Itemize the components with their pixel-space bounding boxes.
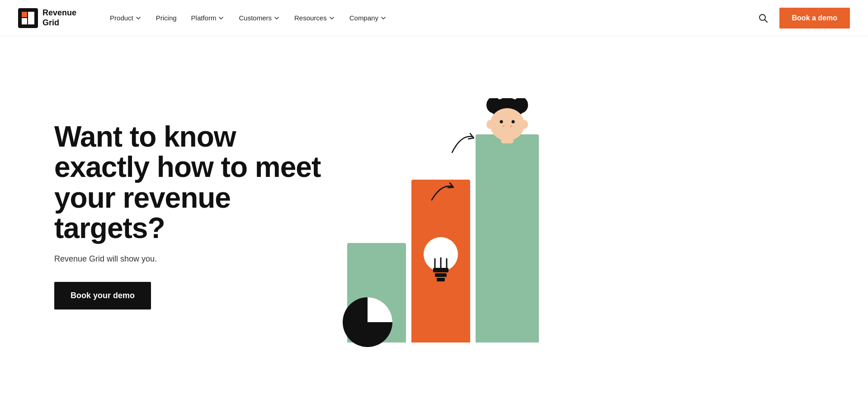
svg-rect-11: [435, 273, 447, 277]
hero-illustration: [326, 89, 561, 343]
pie-chart-icon: [338, 293, 397, 352]
svg-point-22: [486, 120, 494, 129]
nav-pricing[interactable]: Pricing: [150, 10, 183, 25]
svg-point-19: [512, 120, 515, 123]
navigation: RevenueGrid Product Pricing Platform Cus…: [0, 0, 868, 36]
chevron-down-icon: [274, 15, 280, 21]
svg-point-17: [490, 108, 524, 141]
svg-point-20: [503, 125, 505, 127]
svg-rect-10: [433, 268, 448, 272]
search-icon: [758, 13, 769, 24]
nav-customers[interactable]: Customers: [232, 10, 286, 25]
chevron-down-icon: [135, 15, 142, 21]
hero-subheading: Revenue Grid will show you.: [54, 254, 326, 264]
svg-point-21: [510, 125, 512, 127]
bar-3: [476, 134, 539, 343]
svg-point-23: [521, 120, 528, 129]
logo-icon: [18, 8, 38, 28]
brand-name: RevenueGrid: [42, 8, 76, 28]
chevron-down-icon: [380, 15, 387, 21]
bar-1: [347, 243, 406, 343]
hero-section: Want to know exactly how to meet your re…: [0, 36, 868, 395]
character-icon: [476, 98, 539, 143]
lightbulb-icon: [416, 232, 466, 290]
nav-links: Product Pricing Platform Customers Resou…: [104, 10, 754, 25]
svg-rect-2: [22, 18, 27, 24]
nav-right: Book a demo: [754, 8, 850, 29]
arrow-icon-2: [425, 171, 461, 207]
svg-rect-24: [501, 138, 514, 143]
hero-cta-button[interactable]: Book your demo: [54, 282, 151, 309]
nav-platform[interactable]: Platform: [185, 10, 231, 25]
svg-rect-3: [28, 12, 34, 24]
svg-rect-1: [22, 12, 27, 17]
nav-product[interactable]: Product: [104, 10, 148, 25]
nav-company[interactable]: Company: [343, 10, 393, 25]
logo-link[interactable]: RevenueGrid: [18, 8, 76, 28]
hero-content: Want to know exactly how to meet your re…: [54, 122, 326, 309]
svg-point-18: [500, 120, 503, 123]
svg-rect-12: [437, 278, 445, 281]
book-demo-button[interactable]: Book a demo: [779, 8, 850, 29]
hero-heading: Want to know exactly how to meet your re…: [54, 122, 326, 243]
arrow-icon-1: [443, 125, 479, 162]
chevron-down-icon: [218, 15, 224, 21]
search-button[interactable]: [754, 9, 772, 27]
chevron-down-icon: [329, 15, 335, 21]
nav-resources[interactable]: Resources: [288, 10, 341, 25]
